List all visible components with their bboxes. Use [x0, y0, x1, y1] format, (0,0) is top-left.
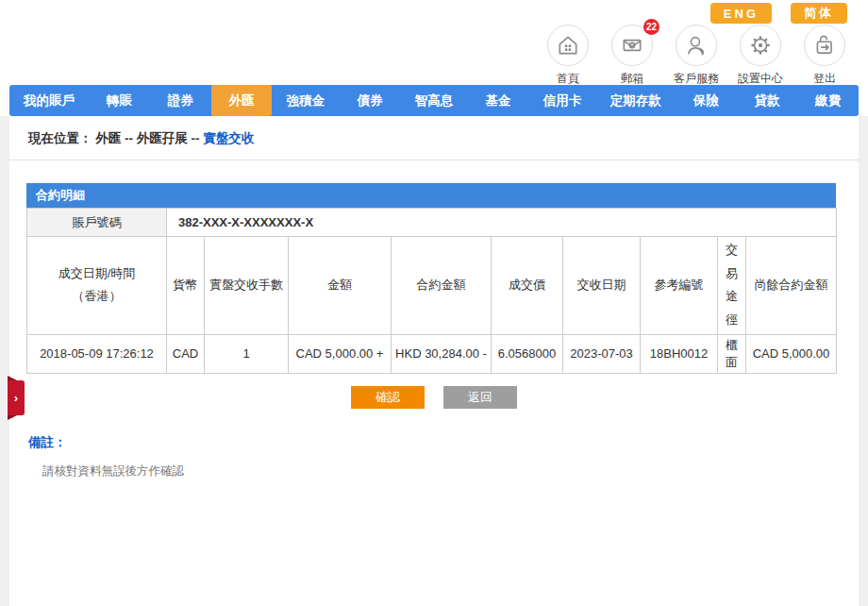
logout-link[interactable]: 登出: [793, 25, 857, 87]
tab-bonds[interactable]: 債券: [340, 85, 401, 116]
tab-funds[interactable]: 基金: [468, 85, 529, 116]
home-label: 首頁: [536, 71, 600, 87]
confirm-button[interactable]: 確認: [351, 386, 425, 409]
top-header: ENG 简体 首頁 22: [0, 0, 868, 85]
contract-details-table: 賬戶號碼 382-XXX-X-XXXXXXX-X 成交日期/時間 （香港） 貨幣…: [26, 208, 837, 374]
side-drawer-tab[interactable]: ›: [8, 380, 25, 415]
breadcrumb-prefix: 現在位置：: [28, 131, 92, 145]
tab-transfer[interactable]: 轉賬: [89, 85, 150, 116]
col-traded-price: 成交價: [492, 237, 563, 335]
cell-traded-price: 6.0568000: [492, 334, 563, 373]
tab-insurance[interactable]: 保險: [676, 85, 737, 116]
table-row: 2018-05-09 17:26:12 CAD 1 CAD 5,000.00 +…: [27, 334, 837, 373]
col-settlement-date: 交收日期: [563, 237, 641, 335]
main-navigation: 我的賬戶 轉賬 證券 外匯 強積金 債券 智高息 基金 信用卡 定期存款 保險 …: [9, 85, 859, 116]
tab-bill-payment[interactable]: 繳費: [797, 85, 859, 116]
logout-icon: [804, 25, 845, 66]
simplified-chinese-button[interactable]: 简体: [791, 3, 847, 24]
account-number-row: 賬戶號碼 382-XXX-X-XXXXXXX-X: [27, 209, 837, 237]
remarks-note: 請核對資料無誤後方作確認: [42, 463, 859, 480]
col-reference-number: 參考編號: [641, 237, 718, 335]
tab-securities[interactable]: 證券: [150, 85, 211, 116]
cell-trade-datetime: 2018-05-09 17:26:12: [27, 334, 167, 373]
breadcrumb-path: 外匯 -- 外匯孖展 --: [95, 131, 203, 145]
settings-label: 設置中心: [728, 71, 793, 87]
remarks-section: 備註： 請核對資料無誤後方作確認: [28, 434, 859, 480]
remarks-title: 備註：: [28, 434, 859, 451]
mailbox-link[interactable]: 22 郵箱: [600, 25, 664, 87]
page-content: 現在位置： 外匯 -- 外匯孖展 -- 實盤交收 合約明細 賬戶號碼 382-X…: [0, 116, 868, 606]
col-contract-amount: 合約金額: [392, 237, 492, 335]
tab-credit-card[interactable]: 信用卡: [528, 85, 595, 116]
breadcrumb-current: 實盤交收: [203, 131, 254, 145]
breadcrumb: 現在位置： 外匯 -- 外匯孖展 -- 實盤交收: [9, 116, 859, 160]
settings-icon: [740, 25, 781, 66]
settings-link[interactable]: 設置中心: [728, 25, 793, 87]
tab-loans[interactable]: 貸款: [737, 85, 798, 116]
action-buttons: 確認 返回: [9, 386, 859, 409]
cell-amount: CAD 5,000.00 +: [289, 334, 392, 373]
customer-service-icon: [676, 25, 717, 66]
contract-details-title: 合約明細: [26, 183, 836, 208]
cell-settlement-lots: 1: [205, 334, 289, 373]
tab-my-accounts[interactable]: 我的賬戶: [9, 85, 89, 116]
tab-forex[interactable]: 外匯: [211, 85, 273, 116]
account-number-label: 賬戶號碼: [27, 209, 167, 237]
account-number-value: 382-XXX-X-XXXXXXX-X: [167, 209, 837, 237]
col-amount: 金額: [289, 237, 392, 335]
customer-service-label: 客戶服務: [664, 71, 728, 87]
home-icon: [547, 25, 589, 66]
home-link[interactable]: 首頁: [536, 25, 600, 87]
table-header-row: 成交日期/時間 （香港） 貨幣 實盤交收手數 金額 合約金額 成交價 交收日期 …: [27, 237, 837, 335]
col-settlement-lots: 實盤交收手數: [205, 237, 289, 335]
back-button[interactable]: 返回: [443, 386, 517, 409]
cell-contract-amount: HKD 30,284.00 -: [392, 334, 492, 373]
tab-smart-interest[interactable]: 智高息: [400, 85, 467, 116]
chevron-right-icon: ›: [14, 391, 18, 405]
col-currency: 貨幣: [167, 237, 205, 335]
tab-time-deposit[interactable]: 定期存款: [596, 85, 676, 116]
cell-remaining-contract-amount: CAD 5,000.00: [746, 334, 837, 373]
col-trade-datetime: 成交日期/時間 （香港）: [27, 237, 167, 335]
tab-mpf[interactable]: 強積金: [272, 85, 339, 116]
mailbox-icon: 22: [611, 25, 653, 66]
cell-channel: 櫃面: [718, 334, 746, 373]
col-remaining-contract-amount: 尚餘合約金額: [746, 237, 837, 335]
language-switcher: ENG 简体: [710, 3, 847, 24]
logout-label: 登出: [793, 71, 857, 87]
cell-settlement-date: 2023-07-03: [563, 334, 641, 373]
customer-service-link[interactable]: 客戶服務: [664, 25, 728, 87]
eng-language-button[interactable]: ENG: [710, 3, 772, 24]
quick-links: 首頁 22 郵箱 客戶服務: [536, 25, 857, 87]
contract-details-panel: 合約明細 賬戶號碼 382-XXX-X-XXXXXXX-X 成交日期/時間 （香…: [26, 183, 836, 374]
cell-currency: CAD: [167, 334, 205, 373]
cell-reference-number: 18BH0012: [641, 334, 718, 373]
unread-mail-badge: 22: [643, 19, 659, 35]
col-channel: 交易 途徑: [718, 237, 746, 335]
mailbox-label: 郵箱: [600, 71, 664, 87]
